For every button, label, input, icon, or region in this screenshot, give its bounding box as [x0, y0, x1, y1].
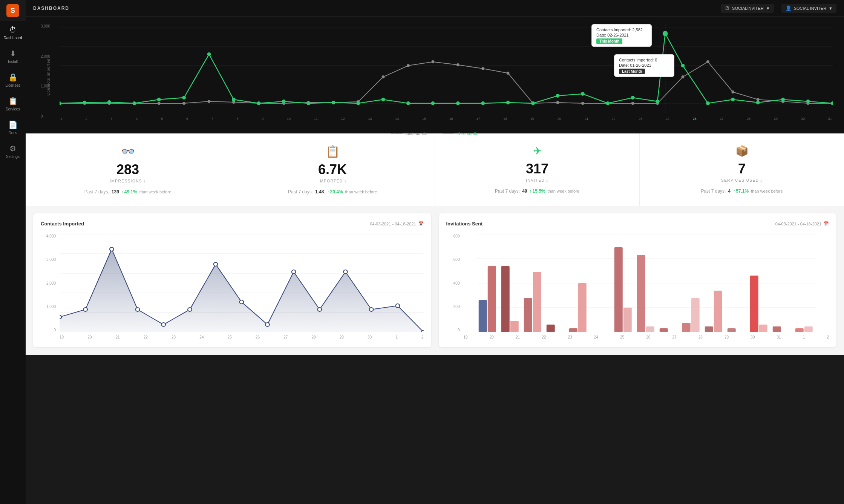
sidebar-item-licenses[interactable]: 🔒 Licenses	[0, 68, 26, 92]
svg-point-83	[110, 247, 114, 251]
sidebar-label-settings: Settings	[6, 155, 20, 159]
svg-point-85	[161, 323, 165, 326]
x-tick: 15	[422, 117, 426, 121]
calendar-icon-contacts[interactable]: 📅	[418, 221, 424, 226]
svg-point-81	[60, 315, 61, 319]
invited-number: 317	[526, 161, 548, 177]
invited-trend: ↑ 15.5%	[529, 188, 545, 194]
svg-point-49	[356, 101, 360, 105]
calendar-icon-invitations[interactable]: 📅	[824, 221, 829, 226]
top-chart-svg	[60, 24, 833, 115]
svg-point-57	[556, 94, 560, 98]
top-chart-area: Contacts Imported 3,000 2,000 1,000 0	[26, 17, 844, 133]
x-tick: 7	[211, 117, 213, 121]
tooltip-last-month: Contacts imported: 0 Date: 01-26-2021 La…	[614, 54, 674, 77]
tooltip-this-month: Contacts imported: 2,582 Date: 02-26-202…	[591, 24, 652, 47]
x-tick: 6	[186, 117, 188, 121]
svg-rect-114	[659, 328, 668, 332]
y-tick-4000: 4,000	[46, 234, 56, 238]
sidebar-label-install: Install	[8, 60, 18, 64]
account-btn-1[interactable]: 🖥 SOCIALINVITER ▼	[721, 4, 774, 13]
tooltip-last-month-label: Contacts imported: 0	[619, 58, 669, 62]
x-tick: 10	[287, 117, 291, 121]
svg-rect-104	[510, 321, 518, 332]
impressions-info-icon[interactable]: ℹ	[144, 179, 146, 183]
svg-point-45	[257, 101, 260, 105]
x-tick: 21	[585, 117, 588, 121]
x-tick: 27	[720, 117, 724, 121]
sidebar-item-settings[interactable]: ⚙ Settings	[0, 139, 26, 163]
account-icon-2: 👤	[785, 5, 792, 11]
x-tick: 24	[666, 117, 669, 121]
y-axis-label: Contacts Imported	[46, 58, 51, 96]
svg-point-22	[481, 67, 484, 70]
svg-point-82	[83, 308, 87, 311]
svg-point-33	[757, 98, 760, 101]
tooltip-last-month-date: Date: 01-26-2021	[619, 63, 669, 67]
x-tick: 16	[449, 117, 453, 121]
svg-point-9	[158, 102, 161, 105]
sidebar-label-licenses: Licenses	[5, 83, 20, 87]
x-tick: 17	[476, 117, 480, 121]
main-content: Contacts Imported 3,000 2,000 1,000 0	[26, 0, 844, 355]
sidebar-item-docs[interactable]: 📄 Docs	[0, 116, 26, 139]
svg-rect-107	[546, 325, 554, 332]
impressions-footer: Past 7 days: 139 ↑ 49.1% than week befor…	[84, 189, 172, 195]
svg-point-32	[731, 90, 734, 93]
svg-point-25	[556, 101, 559, 104]
invited-icon: ✈	[533, 145, 542, 157]
svg-point-41	[157, 98, 161, 101]
x-tick: 28	[747, 117, 751, 121]
svg-rect-122	[772, 326, 781, 332]
svg-point-87	[214, 262, 218, 266]
contacts-chart-svg	[60, 234, 424, 332]
logo-icon: S	[6, 4, 19, 17]
svg-point-84	[136, 308, 140, 311]
svg-point-28	[631, 102, 634, 105]
tooltip-this-month-date: Date: 02-26-2021	[596, 33, 647, 37]
sidebar-label-docs: Docs	[9, 131, 17, 135]
contacts-imported-panel: Contacts Imported 04-03-2021 - 04-18-202…	[33, 213, 431, 347]
contacts-chart-date: 04-03-2021 - 04-18-2021 📅	[370, 221, 423, 226]
svg-point-91	[317, 308, 322, 311]
header: DASHBOARD 🖥 SOCIALINVITER ▼ 👤 SOCIAL INV…	[26, 0, 844, 17]
sidebar-item-dashboard[interactable]: ⏱ Dashboard	[0, 21, 26, 44]
x-tick: 22	[611, 117, 615, 121]
svg-point-44	[232, 98, 236, 101]
svg-rect-124	[804, 326, 812, 332]
svg-point-10	[182, 102, 185, 105]
x-tick: 1	[60, 117, 62, 121]
imported-number: 6.7K	[318, 162, 347, 178]
invited-label: INVITED ℹ	[526, 178, 548, 182]
x-tick: 9	[262, 117, 263, 121]
svg-point-86	[188, 308, 192, 311]
svg-rect-106	[533, 272, 541, 332]
inv-y-600: 600	[453, 257, 460, 262]
svg-point-11	[208, 100, 211, 103]
header-title: DASHBOARD	[33, 6, 69, 11]
svg-point-65	[731, 98, 735, 101]
services-footer: Past 7 days: 4 ↑ 57.1% than week before	[701, 188, 783, 194]
invited-info-icon[interactable]: ℹ	[546, 178, 548, 182]
x-tick: 8	[236, 117, 238, 121]
tooltip-this-month-label: Contacts imported: 2,582	[596, 28, 647, 32]
svg-rect-109	[578, 283, 586, 332]
svg-point-54	[481, 101, 485, 105]
svg-rect-123	[795, 328, 803, 332]
imported-info-icon[interactable]: ℹ	[345, 179, 347, 183]
svg-point-55	[506, 101, 510, 104]
services-info-icon[interactable]: ℹ	[760, 178, 763, 182]
sidebar-item-install[interactable]: ⬇ Install	[0, 44, 26, 68]
account-btn-2[interactable]: 👤 SOCIAL INVITER ▼	[781, 4, 836, 13]
sidebar-item-services[interactable]: 📋 Services	[0, 92, 26, 116]
svg-point-37	[60, 101, 61, 105]
svg-rect-110	[614, 247, 622, 332]
svg-marker-80	[60, 249, 424, 332]
svg-point-20	[431, 60, 434, 63]
svg-point-23	[507, 72, 510, 75]
sidebar: S ⏱ Dashboard ⬇ Install 🔒 Licenses 📋 Ser…	[0, 0, 26, 504]
svg-rect-116	[691, 298, 699, 332]
dashboard-icon: ⏱	[9, 26, 17, 34]
x-tick: 3	[111, 117, 113, 121]
impressions-trend: ↑ 49.1%	[121, 189, 137, 195]
